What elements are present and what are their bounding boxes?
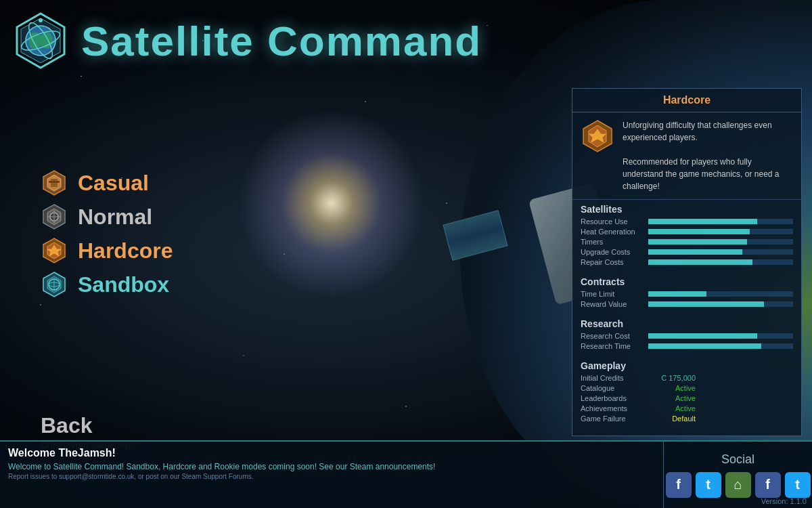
stat-label: Resource Use (581, 217, 648, 226)
twitter-icon-2[interactable]: t (785, 472, 811, 498)
news-line1: Welcome to Satellite Command! Sandbox, H… (8, 462, 655, 471)
research-title: Research (581, 318, 793, 329)
header: Satellite Command (10, 10, 482, 71)
stat-label: Research Cost (581, 332, 648, 340)
stat-label: Initial Credits (581, 374, 648, 382)
stat-label: Catalogue (581, 384, 648, 392)
panel-header: Hardcore (572, 89, 801, 112)
research-section: Research Research Cost Research Time (572, 314, 801, 356)
stat-resource-use: Resource Use (581, 217, 793, 226)
panel-icon (581, 119, 614, 156)
casual-option[interactable]: Casual (41, 169, 173, 196)
panel-title: Hardcore (581, 94, 793, 106)
stat-label: Research Time (581, 342, 648, 350)
contracts-section: Contracts Time Limit Reward Value (572, 272, 801, 314)
casual-label: Casual (78, 171, 149, 196)
sandbox-label: Sandbox (78, 272, 169, 297)
stat-bar (648, 291, 706, 297)
game-title: Satellite Command (81, 17, 482, 65)
bottom-bar: Welcome TheJamsh! Welcome to Satellite C… (0, 440, 812, 508)
stat-label: Achievements (581, 404, 648, 412)
stat-repair-costs: Repair Costs (581, 258, 793, 266)
gameplay-section: Gameplay Initial Credits C 175,000 Catal… (572, 356, 801, 429)
normal-option[interactable]: Normal (41, 203, 173, 230)
stat-bar (648, 249, 742, 255)
stat-bar-container (648, 219, 793, 224)
back-button[interactable]: Back (41, 413, 135, 438)
home-icon[interactable]: ⌂ (725, 472, 751, 498)
stat-value: Default (648, 415, 696, 423)
stat-bar (648, 333, 757, 339)
stat-bar-container (648, 249, 793, 255)
panel-description: Unforgiving difficulty that challenges e… (623, 119, 793, 192)
stat-bar (648, 301, 764, 307)
social-icons-row: f t ⌂ f t (666, 472, 811, 498)
stat-research-time: Research Time (581, 342, 793, 350)
stat-game-failure: Game Failure Default (581, 415, 793, 423)
twitter-icon-1[interactable]: t (696, 472, 721, 498)
contracts-title: Contracts (581, 276, 793, 287)
stat-value: Active (648, 394, 696, 402)
stat-label: Game Failure (581, 415, 648, 423)
hardcore-option[interactable]: Hardcore (41, 237, 173, 264)
stat-label: Repair Costs (581, 258, 648, 266)
panel-desc1: Unforgiving difficulty that challenges e… (623, 119, 793, 144)
stat-bar-container (648, 333, 793, 339)
svg-rect-9 (49, 181, 60, 183)
stat-bar-container (648, 229, 793, 234)
hardcore-label: Hardcore (78, 238, 173, 263)
stat-timers: Timers (581, 238, 793, 246)
facebook-icon-1[interactable]: f (666, 472, 692, 498)
info-panel: Hardcore Unforgiving difficulty that cha… (572, 88, 802, 436)
lens-flare (230, 102, 433, 305)
gameplay-title: Gameplay (581, 360, 793, 371)
stat-upgrade-costs: Upgrade Costs (581, 248, 793, 256)
panel-icon-row: Unforgiving difficulty that challenges e… (572, 112, 801, 200)
normal-label: Normal (78, 205, 152, 230)
stat-bar (648, 239, 747, 245)
stat-achievements: Achievements Active (581, 404, 793, 412)
satellites-title: Satellites (581, 204, 793, 215)
stat-bar (648, 219, 757, 224)
stat-value: C 175,000 (648, 374, 696, 382)
sandbox-option[interactable]: Sandbox (41, 271, 173, 298)
stat-label: Heat Generation (581, 228, 648, 236)
stat-catalogue: Catalogue Active (581, 384, 793, 392)
stat-bar (648, 343, 761, 349)
panel-desc2: Recommended for players who fully unders… (623, 156, 793, 192)
stat-label: Timers (581, 238, 648, 246)
casual-icon (41, 169, 68, 196)
stat-bar (648, 259, 752, 265)
svg-point-5 (39, 18, 43, 22)
stat-label: Upgrade Costs (581, 248, 648, 256)
normal-icon (41, 203, 68, 230)
social-title: Social (721, 452, 754, 467)
stat-research-cost: Research Cost (581, 332, 793, 340)
stat-heat-gen: Heat Generation (581, 228, 793, 236)
stat-bar (648, 229, 750, 234)
logo-icon (10, 10, 71, 71)
stat-label: Reward Value (581, 300, 648, 308)
stat-label: Time Limit (581, 290, 648, 298)
stat-value: Active (648, 384, 696, 392)
satellites-section: Satellites Resource Use Heat Generation … (572, 200, 801, 272)
stat-value: Active (648, 404, 696, 412)
difficulty-menu: Casual Normal Hardcore (41, 169, 173, 298)
stat-reward-value: Reward Value (581, 300, 793, 308)
stat-bar-container (648, 343, 793, 349)
hardcore-icon (41, 237, 68, 264)
stat-leaderboards: Leaderboards Active (581, 394, 793, 402)
version-label: Version: 1.1.0 (761, 497, 807, 505)
facebook-icon-2[interactable]: f (755, 472, 781, 498)
sandbox-icon (41, 271, 68, 298)
stat-initial-credits: Initial Credits C 175,000 (581, 374, 793, 382)
stat-label: Leaderboards (581, 394, 648, 402)
news-line2: Report issues to support@stormtide.co.uk… (8, 473, 655, 480)
news-section: Welcome TheJamsh! Welcome to Satellite C… (0, 442, 663, 508)
welcome-title: Welcome TheJamsh! (8, 447, 655, 459)
stat-time-limit: Time Limit (581, 290, 793, 298)
stat-bar-container (648, 239, 793, 245)
stat-bar-container (648, 301, 793, 307)
stat-bar-container (648, 259, 793, 265)
stat-bar-container (648, 291, 793, 297)
